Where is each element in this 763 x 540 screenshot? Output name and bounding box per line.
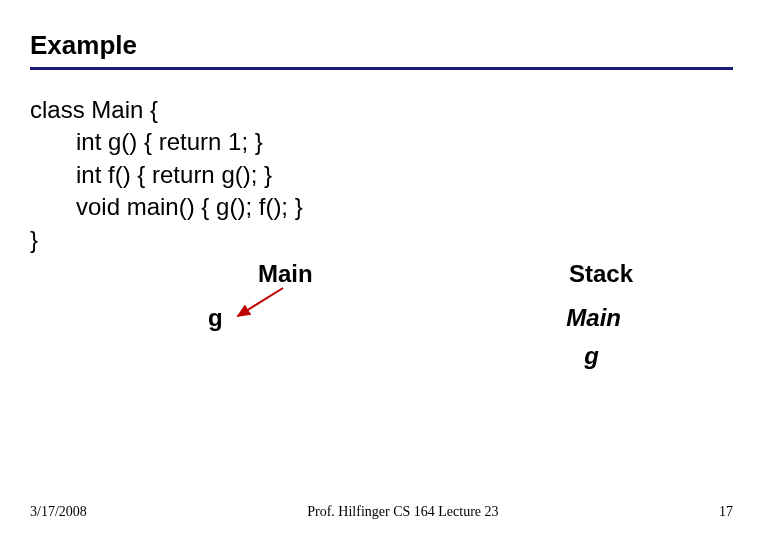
slide-title: Example	[30, 30, 733, 61]
stack-header: Stack	[569, 260, 633, 288]
arrow-icon	[228, 280, 298, 324]
code-line-5: }	[30, 224, 733, 256]
code-line-3: int f() { return g(); }	[30, 159, 733, 191]
title-rule	[30, 67, 733, 70]
code-line-1: class Main {	[30, 94, 733, 126]
footer-center: Prof. Hilfinger CS 164 Lecture 23	[307, 504, 498, 520]
footer-page: 17	[719, 504, 733, 520]
stack-item-g: g	[584, 342, 599, 370]
diagram: Main g Stack Main g	[30, 260, 733, 390]
slide-footer: 3/17/2008 Prof. Hilfinger CS 164 Lecture…	[0, 504, 763, 520]
code-line-4: void main() { g(); f(); }	[30, 191, 733, 223]
stack-item-main: Main	[566, 304, 621, 332]
code-line-2: int g() { return 1; }	[30, 126, 733, 158]
code-block: class Main { int g() { return 1; } int f…	[30, 94, 733, 256]
slide: Example class Main { int g() { return 1;…	[0, 0, 763, 540]
diagram-g-label: g	[208, 304, 223, 332]
svg-line-1	[238, 288, 283, 316]
footer-date: 3/17/2008	[30, 504, 87, 520]
